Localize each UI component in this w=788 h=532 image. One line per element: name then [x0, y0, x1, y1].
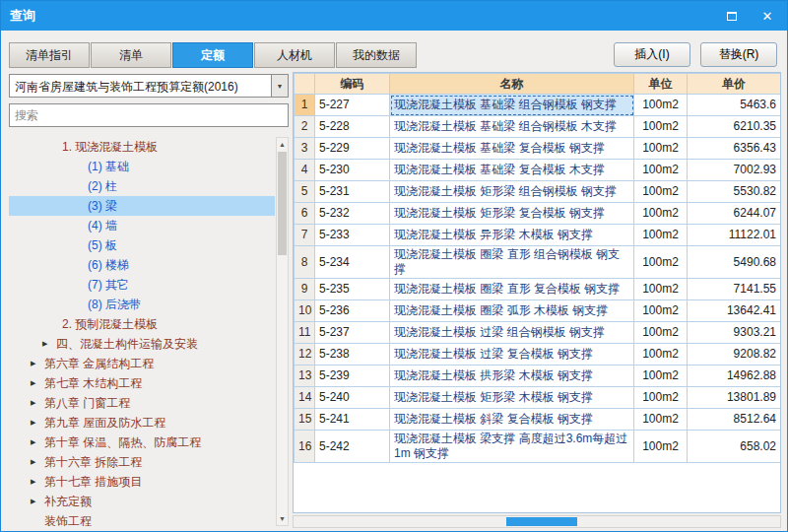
- maximize-button[interactable]: [721, 6, 743, 26]
- table-row[interactable]: 115-237现浇混凝土模板 过梁 组合钢模板 钢支撑100m29303.21: [295, 322, 781, 344]
- cell-code[interactable]: 5-242: [315, 431, 390, 463]
- cell-code[interactable]: 5-229: [315, 138, 390, 160]
- cell-name[interactable]: 现浇混凝土模板 圈梁 直形 复合模板 钢支撑: [390, 279, 634, 300]
- horizontal-scrollbar[interactable]: [293, 515, 781, 528]
- chevron-right-icon[interactable]: ▶: [31, 419, 44, 427]
- tree-item[interactable]: 装饰工程: [9, 511, 275, 526]
- cell-price[interactable]: 6356.43: [688, 138, 781, 160]
- cell-num[interactable]: 6: [295, 203, 315, 225]
- cell-num[interactable]: 14: [295, 387, 315, 409]
- chevron-right-icon[interactable]: ▶: [31, 498, 44, 505]
- cell-unit[interactable]: 100m2: [634, 181, 688, 203]
- cell-num[interactable]: 5: [295, 181, 315, 203]
- tab-list[interactable]: 清单: [91, 42, 171, 68]
- cell-price[interactable]: 6210.35: [688, 116, 781, 138]
- search-input[interactable]: [9, 103, 289, 127]
- cell-name[interactable]: 现浇混凝土模板 斜梁 复合模板 钢支撑: [390, 409, 634, 431]
- cell-price[interactable]: 6244.07: [688, 203, 781, 225]
- cell-code[interactable]: 5-231: [315, 181, 390, 203]
- tree-item[interactable]: (4) 墙: [9, 216, 275, 235]
- quota-library-dropdown[interactable]: 河南省房屋建筑与装饰工程预算定额(2016) ▼: [9, 74, 289, 98]
- chevron-right-icon[interactable]: ▶: [31, 458, 44, 466]
- table-row[interactable]: 45-230现浇混凝土模板 基础梁 复合模板 木支撑100m27002.93: [295, 160, 781, 181]
- table-row[interactable]: 15-227现浇混凝土模板 基础梁 组合钢模板 钢支撑100m25463.6: [295, 95, 781, 116]
- tree-item[interactable]: (8) 后浇带: [9, 295, 275, 314]
- cell-name[interactable]: 现浇混凝土模板 圈梁 弧形 木模板 钢支撑: [390, 300, 634, 322]
- cell-name[interactable]: 现浇混凝土模板 拱形梁 木模板 钢支撑: [390, 366, 634, 387]
- cell-name[interactable]: 现浇混凝土模板 圈梁 直形 组合钢模板 钢支撑: [390, 246, 634, 279]
- cell-unit[interactable]: 100m2: [634, 138, 688, 160]
- tree-item[interactable]: ▶第八章 门窗工程: [9, 393, 275, 413]
- cell-price[interactable]: 8512.64: [688, 409, 781, 431]
- cell-code[interactable]: 5-238: [315, 344, 390, 366]
- tree-item[interactable]: (1) 基础: [9, 157, 275, 176]
- cell-name[interactable]: 现浇混凝土模板 基础梁 复合模板 钢支撑: [390, 138, 634, 160]
- cell-code[interactable]: 5-239: [315, 366, 390, 387]
- scroll-down-icon[interactable]: ▼: [277, 512, 288, 525]
- table-row[interactable]: 135-239现浇混凝土模板 拱形梁 木模板 钢支撑100m214962.88: [295, 366, 781, 387]
- cell-num[interactable]: 1: [295, 95, 315, 116]
- cell-price[interactable]: 14962.88: [688, 366, 781, 387]
- table-row[interactable]: 155-241现浇混凝土模板 斜梁 复合模板 钢支撑100m28512.64: [295, 409, 781, 431]
- table-row[interactable]: 55-231现浇混凝土模板 矩形梁 组合钢模板 钢支撑100m25530.82: [295, 181, 781, 203]
- cell-unit[interactable]: 100m2: [634, 160, 688, 181]
- cell-num[interactable]: 13: [295, 366, 315, 387]
- table-row[interactable]: 105-236现浇混凝土模板 圈梁 弧形 木模板 钢支撑100m213642.4…: [295, 300, 781, 322]
- table-row[interactable]: 65-232现浇混凝土模板 矩形梁 复合模板 钢支撑100m26244.07: [295, 203, 781, 225]
- cell-code[interactable]: 5-241: [315, 409, 390, 431]
- cell-num[interactable]: 7: [295, 225, 315, 246]
- cell-price[interactable]: 5490.68: [688, 246, 781, 279]
- horizontal-scrollbar-thumb[interactable]: [506, 517, 577, 526]
- cell-unit[interactable]: 100m2: [634, 225, 688, 246]
- chevron-right-icon[interactable]: ▶: [31, 399, 44, 407]
- cell-unit[interactable]: 100m2: [634, 246, 688, 279]
- cell-price[interactable]: 9303.21: [688, 322, 781, 344]
- cell-name[interactable]: 现浇混凝土模板 矩形梁 组合钢模板 钢支撑: [390, 181, 634, 203]
- chevron-right-icon[interactable]: ▶: [31, 478, 44, 486]
- cell-unit[interactable]: 100m2: [634, 300, 688, 322]
- cell-name[interactable]: 现浇混凝土模板 基础梁 组合钢模板 钢支撑: [390, 95, 634, 116]
- cell-num[interactable]: 8: [295, 246, 315, 279]
- tree-item[interactable]: ▶第十章 保温、隔热、防腐工程: [9, 432, 275, 452]
- cell-price[interactable]: 13801.89: [688, 387, 781, 409]
- replace-button[interactable]: 替换(R): [700, 42, 777, 67]
- tree-item[interactable]: (5) 板: [9, 235, 275, 255]
- table-row[interactable]: 165-242现浇混凝土模板 梁支撑 高度超过3.6m每超过1m 钢支撑100m…: [295, 431, 781, 463]
- cell-price[interactable]: 5463.6: [688, 95, 781, 116]
- cell-code[interactable]: 5-235: [315, 279, 390, 300]
- cell-num[interactable]: 4: [295, 160, 315, 181]
- table-row[interactable]: 85-234现浇混凝土模板 圈梁 直形 组合钢模板 钢支撑100m25490.6…: [295, 246, 781, 279]
- cell-code[interactable]: 5-234: [315, 246, 390, 279]
- cell-num[interactable]: 12: [295, 344, 315, 366]
- cell-num[interactable]: 10: [295, 300, 315, 322]
- tab-list-guide[interactable]: 清单指引: [9, 42, 90, 68]
- cell-unit[interactable]: 100m2: [634, 95, 688, 116]
- table-row[interactable]: 95-235现浇混凝土模板 圈梁 直形 复合模板 钢支撑100m27141.55: [295, 279, 781, 300]
- cell-num[interactable]: 3: [295, 138, 315, 160]
- cell-num[interactable]: 11: [295, 322, 315, 344]
- cell-code[interactable]: 5-236: [315, 300, 390, 322]
- cell-price[interactable]: 5530.82: [688, 181, 781, 203]
- cell-price[interactable]: 11122.01: [688, 225, 781, 246]
- tree-item[interactable]: (3) 梁: [9, 196, 275, 216]
- cell-unit[interactable]: 100m2: [634, 431, 688, 463]
- cell-num[interactable]: 9: [295, 279, 315, 300]
- cell-name[interactable]: 现浇混凝土模板 基础梁 组合钢模板 木支撑: [390, 116, 634, 138]
- chevron-right-icon[interactable]: ▶: [31, 438, 44, 446]
- cell-num[interactable]: 2: [295, 116, 315, 138]
- cell-code[interactable]: 5-240: [315, 387, 390, 409]
- cell-name[interactable]: 现浇混凝土模板 基础梁 复合模板 木支撑: [390, 160, 634, 181]
- tree-item[interactable]: (6) 楼梯: [9, 255, 275, 275]
- cell-code[interactable]: 5-233: [315, 225, 390, 246]
- cell-unit[interactable]: 100m2: [634, 387, 688, 409]
- cell-code[interactable]: 5-237: [315, 322, 390, 344]
- tab-labor-material-machine[interactable]: 人材机: [254, 42, 335, 68]
- cell-name[interactable]: 现浇混凝土模板 异形梁 木模板 钢支撑: [390, 225, 634, 246]
- cell-code[interactable]: 5-230: [315, 160, 390, 181]
- insert-button[interactable]: 插入(I): [614, 42, 690, 67]
- tree-item[interactable]: 1. 现浇混凝土模板: [9, 137, 275, 157]
- scroll-up-icon[interactable]: ▲: [277, 138, 288, 151]
- cell-unit[interactable]: 100m2: [634, 409, 688, 431]
- close-button[interactable]: ✕: [756, 6, 778, 26]
- tree-item[interactable]: ▶补充定额: [9, 492, 275, 511]
